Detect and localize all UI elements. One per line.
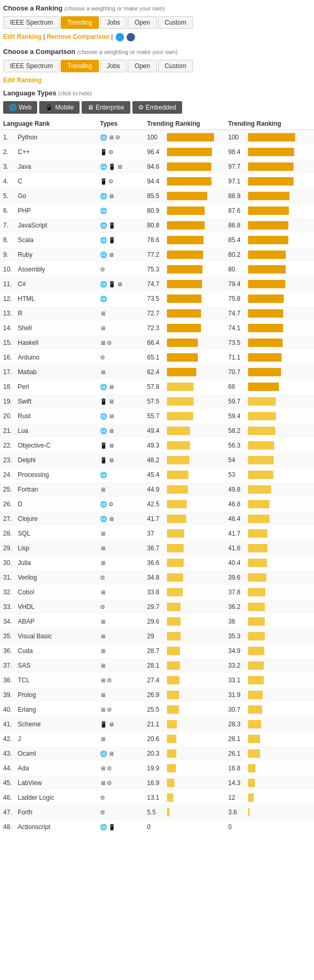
types-cell: 🌐 [100,296,147,302]
table-row: 34. ABAP 🖥 29.6 36 [0,614,314,629]
tab-custom-ranking[interactable]: Custom [158,16,193,29]
web-type-icon: 🌐 [100,193,107,200]
rank-number: 28. [3,530,18,537]
table-row: 28. SQL 🖥 37 41.7 [0,526,314,541]
tab-open-comparison[interactable]: Open [128,60,156,72]
web-type-icon: 🌐 [100,501,107,508]
table-row: 14. Shell 🖥 72.3 74.1 [0,321,314,335]
bar-2 [248,192,289,200]
score-value-1: 57.5 [147,398,165,405]
score-value-1: 73.5 [147,295,165,302]
rank-number: 16. [3,354,18,361]
rank-number: 32. [3,589,18,596]
comparison-edit-bar: Edit Ranking [0,74,314,86]
remove-comparison-link[interactable]: Remove Comparison [47,33,109,40]
bar-1 [167,295,201,303]
score-value-2: 39.6 [228,574,246,581]
tab-custom-comparison[interactable]: Custom [158,60,193,72]
type-btn-web[interactable]: 🌐 Web [3,101,37,114]
score-value-1: 25.5 [147,706,165,713]
tab-open-ranking[interactable]: Open [128,16,156,29]
table-header-row: Language Rank Types Trending Ranking Tre… [0,118,314,130]
score-value-1: 94.6 [147,163,165,170]
score-value-1: 80.9 [147,207,165,214]
tab-ieee-spectrum-ranking[interactable]: IEEE Spectrum [3,16,60,29]
table-row: 37. SAS 🖥 28.1 33.2 [0,658,314,673]
bar-1 [167,280,202,288]
rank-name-cell: 37. SAS [3,662,100,669]
rank-number: 31. [3,574,18,581]
types-cell: 🌐🖥 [100,413,147,420]
bar-cell-2: 49.8 [228,485,309,494]
bar-1 [167,353,198,362]
bar-cell-1: 78.6 [147,236,228,244]
tab-jobs-ranking[interactable]: Jobs [100,16,127,29]
types-cell: 🖥 [100,530,147,537]
bar-cell-1: 48.2 [147,456,228,464]
rank-number: 5. [3,192,18,200]
bar-cell-2: 97.1 [228,177,309,186]
twitter-icon[interactable] [116,33,124,41]
type-btn-enterprise[interactable]: 🖥 Enterprise [82,101,130,114]
rank-number: 15. [3,339,18,346]
bar-cell-2: 33.2 [228,661,309,670]
rank-number: 17. [3,368,18,376]
mobile-type-icon: 📱 [100,149,107,156]
rank-number: 24. [3,471,18,478]
embedded-type-icon: ⚙ [100,574,105,581]
tab-trending-comparison[interactable]: Trending [61,60,99,72]
score-value-1: 36.6 [147,559,165,567]
score-value-2: 46.4 [228,515,246,522]
types-cell: 🖥 [100,589,147,595]
bar-1 [167,456,189,464]
rank-name-cell: 12. HTML [3,295,100,302]
embedded-type-icon: ⚙ [107,677,112,684]
rank-name-cell: 11. C# [3,280,100,288]
tab-ieee-spectrum-comparison[interactable]: IEEE Spectrum [3,60,60,72]
rank-number: 48. [3,823,18,831]
language-name: Erlang [18,706,36,713]
types-cell: ⚙ [100,809,147,816]
bar-1 [167,251,203,259]
type-btn-embedded[interactable]: ⚙ Embedded [132,101,182,114]
types-cell: 🖥 [100,618,147,625]
rank-name-cell: 19. Swift [3,398,100,405]
bar-cell-2: 59.4 [228,412,309,420]
header-language-rank: Language Rank [3,120,100,127]
types-cell: ⚙ [100,794,147,801]
web-type-icon: 🌐 [100,164,107,170]
bar-2 [248,206,289,215]
tab-trending-ranking[interactable]: Trending [61,16,99,29]
types-cell: 🖥⚙ [100,677,147,684]
bar-2 [248,383,279,391]
bar-cell-1: 73.5 [147,295,228,303]
table-row: 3. Java 🌐📱🖥 94.6 97.7 [0,159,314,174]
types-cell: 🌐 [100,472,147,478]
type-btn-mobile[interactable]: 📱 Mobile [39,101,79,114]
rank-number: 30. [3,559,18,567]
bar-2 [248,412,276,420]
bar-1 [167,617,181,626]
language-name: Haskell [18,339,38,346]
rank-number: 44. [3,765,18,772]
rank-name-cell: 45. LabView [3,779,100,787]
score-value-2: 66 [228,383,246,390]
edit-comparison-link[interactable]: Edit Ranking [3,77,41,84]
bar-cell-1: 21.1 [147,720,228,728]
bar-cell-2: 3.6 [228,808,309,816]
mobile-type-icon: 📱 [100,398,107,405]
bar-cell-2: 16.8 [228,764,309,772]
language-name: SAS [18,662,30,669]
edit-ranking-link[interactable]: Edit Ranking [3,33,41,40]
bar-cell-1: 77.2 [147,251,228,259]
tab-jobs-comparison[interactable]: Jobs [100,60,127,72]
bar-2 [248,295,284,303]
enterprise-type-icon: 🖥 [100,706,106,713]
embedded-type-icon: ⚙ [108,501,114,508]
rank-name-cell: 33. VHDL [3,603,100,611]
score-value-1: 49.3 [147,442,165,449]
rank-number: 41. [3,721,18,728]
rank-number: 3. [3,163,18,170]
facebook-icon[interactable] [127,33,135,41]
bar-2 [248,148,294,156]
